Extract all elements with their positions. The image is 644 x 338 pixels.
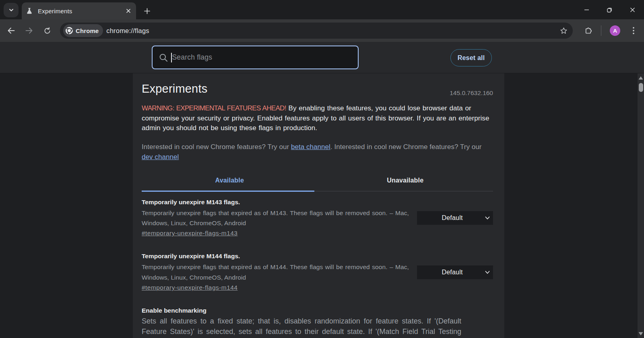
tab-curve-left [18,15,22,19]
reset-all-button[interactable]: Reset all [450,49,492,66]
chrome-logo-icon [65,27,73,35]
scrollbar-thumb[interactable] [639,83,643,92]
menu-button[interactable] [626,23,641,38]
tab-curve-right [136,15,140,19]
experiment-select-value: Default [442,214,462,222]
reload-button[interactable] [39,23,55,38]
back-button[interactable] [4,23,19,38]
scroll-down-button[interactable] [638,330,644,337]
page-scrollbar[interactable] [638,73,644,338]
tab-available[interactable]: Available [142,176,318,191]
experiment-select[interactable]: Default [417,265,493,279]
minimize-button[interactable] [575,0,598,19]
scroll-up-icon [638,76,643,80]
flags-page: Search flags Reset all Experiments 145.0… [0,42,644,338]
new-tab-button[interactable] [140,4,154,17]
experiment-text: Temporarily unexpire M143 flags. Tempora… [142,197,409,238]
experiment-permalink[interactable]: #temporary-unexpire-flags-m144 [142,282,237,292]
scroll-up-button[interactable] [638,75,644,81]
chevron-down-icon [485,215,490,221]
close-window-button[interactable] [621,0,644,19]
dev-channel-link[interactable]: dev channel [142,153,179,161]
experiment-description: Temporarily unexpire flags that expired … [142,208,409,228]
experiment-row: Enable benchmarking Sets all features to… [142,305,493,337]
scroll-down-icon [638,332,643,336]
site-chip-label: Chrome [76,27,99,34]
bookmark-button[interactable] [556,23,571,38]
warning-text: WARNING: EXPERIMENTAL FEATURES AHEAD! By… [142,104,493,133]
restore-icon [607,7,613,13]
experiment-row: Temporarily unexpire M143 flags. Tempora… [142,197,493,238]
warning-label: WARNING: EXPERIMENTAL FEATURES AHEAD! [142,104,286,112]
beta-channel-link[interactable]: beta channel [291,143,330,151]
window-controls [575,0,644,19]
reload-icon [43,27,52,35]
flask-icon [26,7,33,15]
promo-part2: . Interested in cool new Chrome features… [330,143,482,151]
selected-tab-underline [142,191,314,192]
star-icon [559,27,568,35]
title-row: Experiments 145.0.7632.160 [142,82,493,95]
experiment-title: Temporarily unexpire M144 flags. [142,251,409,262]
experiment-select-col: Default [417,264,493,279]
experiment-title: Enable benchmarking [142,305,461,316]
experiment-description: Sets all features to a fixed state; that… [142,316,461,337]
search-icon [158,52,169,63]
experiment-title: Temporarily unexpire M143 flags. [142,197,409,208]
back-arrow-icon [7,26,16,35]
flags-header: Search flags Reset all [0,42,644,73]
chevron-down-icon [8,7,14,13]
forward-button[interactable] [21,23,37,38]
experiment-row: Temporarily unexpire M144 flags. Tempora… [142,251,493,292]
browser-window: Experiments [0,0,644,338]
search-placeholder: Search flags [172,53,213,62]
url-text[interactable]: chrome://flags [106,27,556,35]
close-icon [126,8,131,13]
tab-unavailable[interactable]: Unavailable [318,176,493,191]
plus-icon [144,8,150,14]
tab-title: Experiments [38,8,123,15]
maximize-button[interactable] [598,0,621,19]
experiment-text: Enable benchmarking Sets all features to… [142,305,461,337]
browser-toolbar: Chrome chrome://flags A [0,19,644,42]
flags-content: Experiments 145.0.7632.160 WARNING: EXPE… [133,73,504,338]
experiment-select-col: Default [417,209,493,225]
extensions-button[interactable] [580,23,596,38]
tab-close-button[interactable] [123,6,134,16]
experiments-list: Temporarily unexpire M143 flags. Tempora… [142,197,493,337]
toolbar-divider [601,25,601,36]
tab-experiments[interactable]: Experiments [22,2,136,19]
tab-strip: Experiments [0,0,644,19]
text-caret [171,53,172,62]
address-bar[interactable]: Chrome chrome://flags [60,23,573,39]
promo-part1: Interested in cool new Chrome features? … [142,143,291,151]
profile-avatar[interactable]: A [610,25,620,36]
chevron-down-icon [485,270,490,275]
close-icon [630,7,635,12]
minimize-icon [584,7,589,12]
promo-text: Interested in cool new Chrome features? … [142,142,493,162]
experiment-select-value: Default [442,269,462,276]
puzzle-icon [584,26,593,35]
experiment-text: Temporarily unexpire M144 flags. Tempora… [142,251,409,292]
experiment-select[interactable]: Default [417,211,493,225]
version-label: 145.0.7632.160 [450,89,493,97]
experiment-description: Temporarily unexpire flags that expired … [142,262,409,282]
kebab-icon [633,27,634,34]
search-input[interactable]: Search flags [152,46,359,69]
page-title: Experiments [142,82,207,95]
site-chip[interactable]: Chrome [63,24,103,37]
experiment-permalink[interactable]: #temporary-unexpire-flags-m143 [142,228,237,238]
flag-tabs: Available Unavailable [142,176,493,191]
tab-search-button[interactable] [4,3,19,17]
forward-arrow-icon [25,26,33,35]
